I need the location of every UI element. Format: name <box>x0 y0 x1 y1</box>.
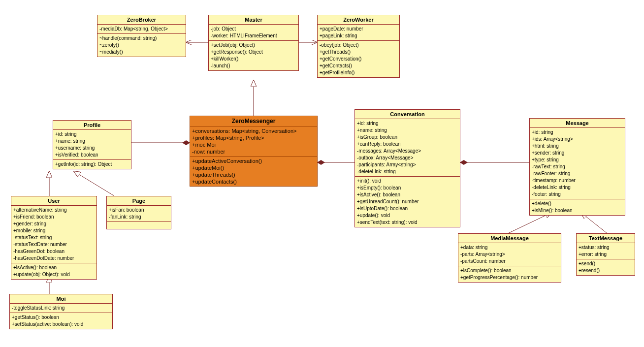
class-Profile: Profile +id: string +name: string +usern… <box>53 120 131 169</box>
class-title: MediaMessage <box>458 234 561 243</box>
class-title: User <box>11 196 97 206</box>
class-title: ZeroWorker <box>318 15 399 25</box>
class-methods: +getInfo(id: string): Object <box>53 160 131 169</box>
class-methods: +isActive(): boolean +update(obj: Object… <box>11 263 97 279</box>
class-attrs: +isFan: boolean -fanLink: string <box>107 206 171 222</box>
class-MediaMessage: MediaMessage +data: string -parts: Array… <box>458 233 561 283</box>
class-Conversation: Conversation +id: string +name: string +… <box>354 109 460 227</box>
class-methods: -obey(job: Object) +getThreads() +getCon… <box>318 41 399 77</box>
class-methods: ~handle(command: string) ~zerofy() ~medi… <box>97 34 186 57</box>
class-attrs: +status: string +error: string <box>577 243 635 259</box>
class-methods: +isComplete(): boolean +getProgressPerce… <box>458 266 561 282</box>
class-methods: +init(): void +isEmpty(): boolean +isAct… <box>355 177 460 227</box>
class-attrs: +pageDate: number +pageLink: string <box>318 25 399 41</box>
class-attrs: +alternativeName: string +isFriend: bool… <box>11 206 97 263</box>
class-TextMessage: TextMessage +status: string +error: stri… <box>576 233 635 276</box>
class-attrs: +id: string +name: string +username: str… <box>53 130 131 160</box>
class-attrs: -job: Object -worker: HTMLIFrameElement <box>209 25 298 41</box>
class-methods: +updateActiveConversation() +updateMoi()… <box>190 157 317 186</box>
class-attrs: +data: string -parts: Array<string> -par… <box>458 243 561 266</box>
class-title: ZeroBroker <box>97 15 186 25</box>
svg-line-9 <box>508 213 551 233</box>
class-User: User +alternativeName: string +isFriend:… <box>11 196 97 280</box>
svg-line-10 <box>581 213 607 233</box>
class-title: TextMessage <box>577 234 635 243</box>
class-methods: +send() +resend() <box>577 259 635 275</box>
class-methods: +setJob(obj: Object) +getResponse(): Obj… <box>209 41 298 70</box>
class-methods: +delete() +isMine(): boolean <box>530 199 625 215</box>
class-methods: +getStatus(): boolean +setStatus(active:… <box>10 313 112 329</box>
class-title: Moi <box>10 294 112 304</box>
class-title: Profile <box>53 121 131 130</box>
class-title: Conversation <box>355 110 460 119</box>
class-ZeroBroker: ZeroBroker -mediaDb: Map<string, Object>… <box>97 15 186 57</box>
class-attrs: +id: string +name: string +isGroup: bool… <box>355 119 460 177</box>
svg-line-7 <box>74 171 114 196</box>
class-attrs: -toggleStatusLink: string <box>10 304 112 313</box>
class-ZeroMessenger: ZeroMessenger +conversations: Map<string… <box>190 116 318 187</box>
class-title: ZeroMessenger <box>190 116 317 126</box>
class-attrs: +conversations: Map<string, Conversation… <box>190 126 317 157</box>
class-title: Master <box>209 15 298 25</box>
class-title: Message <box>530 119 625 128</box>
class-Moi: Moi -toggleStatusLink: string +getStatus… <box>9 294 113 329</box>
class-title: Page <box>107 196 171 206</box>
class-attrs: +id: string +ids: Array<string> +html: s… <box>530 128 625 199</box>
class-Message: Message +id: string +ids: Array<string> … <box>529 118 625 216</box>
class-ZeroWorker: ZeroWorker +pageDate: number +pageLink: … <box>317 15 400 78</box>
class-Page: Page +isFan: boolean -fanLink: string <box>106 196 171 229</box>
class-Master: Master -job: Object -worker: HTMLIFrameE… <box>208 15 299 71</box>
class-attrs: -mediaDb: Map<string, Object> <box>97 25 186 34</box>
class-methods <box>107 222 171 229</box>
